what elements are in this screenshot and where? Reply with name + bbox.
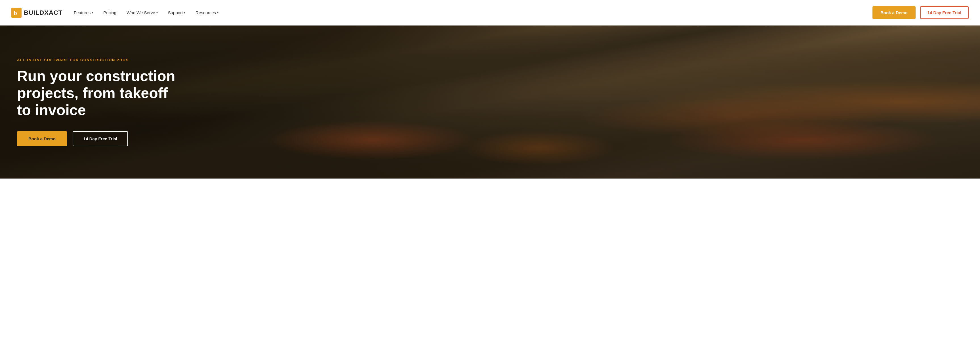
logo-icon: b bbox=[11, 8, 22, 18]
hero-section: ALL-IN-ONE SOFTWARE FOR CONSTRUCTION PRO… bbox=[0, 25, 980, 179]
nav-support[interactable]: Support ▾ bbox=[168, 10, 186, 15]
hero-content: ALL-IN-ONE SOFTWARE FOR CONSTRUCTION PRO… bbox=[0, 58, 199, 146]
chevron-down-icon: ▾ bbox=[92, 11, 93, 14]
nav-pricing[interactable]: Pricing bbox=[103, 10, 116, 15]
chevron-down-icon: ▾ bbox=[156, 11, 158, 14]
free-trial-button-hero[interactable]: 14 Day Free Trial bbox=[73, 131, 128, 146]
logo-text: BUILDXACT bbox=[24, 9, 62, 16]
site-header: b BUILDXACT Features ▾ Pricing Who We Se… bbox=[0, 0, 980, 25]
header-right: Book a Demo 14 Day Free Trial bbox=[872, 6, 969, 19]
hero-buttons: Book a Demo 14 Day Free Trial bbox=[17, 131, 181, 146]
main-nav: Features ▾ Pricing Who We Serve ▾ Suppor… bbox=[74, 10, 218, 15]
hero-eyebrow: ALL-IN-ONE SOFTWARE FOR CONSTRUCTION PRO… bbox=[17, 58, 181, 62]
chevron-down-icon: ▾ bbox=[217, 11, 218, 14]
nav-who-we-serve[interactable]: Who We Serve ▾ bbox=[127, 10, 158, 15]
chevron-down-icon: ▾ bbox=[184, 11, 185, 14]
svg-text:b: b bbox=[14, 9, 17, 16]
header-left: b BUILDXACT Features ▾ Pricing Who We Se… bbox=[11, 8, 218, 18]
free-trial-button-header[interactable]: 14 Day Free Trial bbox=[920, 6, 969, 19]
book-demo-button-hero[interactable]: Book a Demo bbox=[17, 131, 67, 146]
nav-resources[interactable]: Resources ▾ bbox=[196, 10, 218, 15]
logo-link[interactable]: b BUILDXACT bbox=[11, 8, 62, 18]
nav-features[interactable]: Features ▾ bbox=[74, 10, 93, 15]
hero-headline: Run your construction projects, from tak… bbox=[17, 68, 181, 119]
book-demo-button[interactable]: Book a Demo bbox=[872, 6, 916, 19]
